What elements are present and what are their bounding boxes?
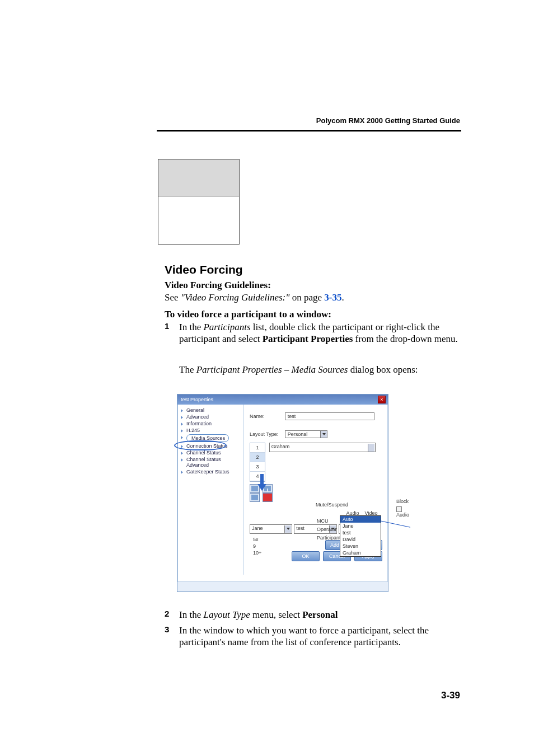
- t: from the drop-down menu.: [353, 334, 457, 344]
- t: In the: [179, 322, 203, 332]
- dd-item[interactable]: Graham: [340, 550, 381, 556]
- step-number-3: 3: [165, 624, 169, 634]
- layout-num-1[interactable]: 1: [250, 443, 265, 453]
- participant-dropdown-list[interactable]: Auto Jane test David Steven Graham: [340, 515, 381, 557]
- name-label: Name:: [250, 414, 283, 419]
- procedure-title: To video force a participant to a window…: [165, 309, 331, 320]
- dd-item[interactable]: test: [340, 529, 381, 536]
- section-heading: Video Forcing: [165, 263, 243, 276]
- guidelines-see-line: See "Video Forcing Guidelines:" on page …: [165, 292, 344, 303]
- empty-table: [158, 159, 240, 245]
- step-2-text: In the Layout Type menu, select Personal: [179, 609, 461, 621]
- dd-item[interactable]: Steven: [340, 543, 381, 550]
- layout-thumb-selected[interactable]: [263, 493, 273, 502]
- v: test: [296, 525, 305, 531]
- window-2-select[interactable]: Jane: [250, 524, 292, 534]
- see-suffix: .: [341, 292, 344, 303]
- participant-properties-dialog: test Properties × General Advanced Infor…: [177, 394, 388, 592]
- dialog-footer: [177, 581, 388, 591]
- step-1-text: In the Participants list, double click t…: [179, 321, 461, 345]
- layout-num-2[interactable]: 2: [250, 453, 265, 462]
- nav-item-gatekeeper-status[interactable]: GateKeeper Status: [180, 468, 243, 475]
- window-1-select-value: Graham: [271, 444, 290, 449]
- chevron-down-icon[interactable]: [284, 525, 291, 533]
- block-label: Block: [396, 499, 409, 504]
- step-number-2: 2: [165, 609, 169, 618]
- block-audio-label: Audio: [396, 512, 409, 518]
- t: menu, select: [250, 609, 302, 620]
- ok-button[interactable]: OK: [292, 551, 320, 561]
- page-number: 3-39: [441, 690, 460, 701]
- arrow-icon-head: [257, 484, 266, 491]
- t: Participants: [203, 322, 250, 332]
- v: Jane: [252, 525, 263, 531]
- layout-num-3[interactable]: 3: [250, 462, 265, 472]
- see-mid: on page: [289, 292, 324, 303]
- t: Participant Properties – Media Sources: [196, 364, 348, 375]
- chevron-down-icon[interactable]: [320, 431, 327, 438]
- dialog-nav: General Advanced Information H.245 Media…: [177, 405, 243, 575]
- t: Layout Type: [203, 609, 250, 620]
- guidelines-title: Video Forcing Guidelines:: [165, 280, 271, 291]
- dialog-title: test Properties: [181, 397, 213, 402]
- nav-item-h245[interactable]: H.245: [180, 427, 243, 434]
- header-guide-title: Polycom RMX 2000 Getting Started Guide: [316, 116, 460, 125]
- dd-item[interactable]: David: [340, 536, 381, 543]
- name-input[interactable]: test: [285, 412, 374, 420]
- nav-item-media-sources[interactable]: Media Sources: [180, 434, 243, 443]
- nav-item-channel-status[interactable]: Channel Status: [180, 449, 243, 456]
- step-1-follow: The Participant Properties – Media Sourc…: [179, 364, 461, 375]
- dd-item[interactable]: Jane: [340, 523, 381, 529]
- layout-thumb-3[interactable]: [250, 493, 260, 502]
- nav-item-channel-status-advanced[interactable]: Channel Status Advanced: [180, 456, 243, 468]
- nav-item-general[interactable]: General: [180, 407, 243, 414]
- nav-item-media-sources-label: Media Sources: [186, 434, 229, 442]
- header-rule: [157, 130, 461, 132]
- page: { "header": { "guide_title": "Polycom RM…: [0, 0, 534, 756]
- close-icon[interactable]: ×: [378, 396, 386, 403]
- nav-item-advanced[interactable]: Advanced: [180, 414, 243, 420]
- dd-item[interactable]: Auto: [340, 516, 381, 523]
- dialog-main: Name: test Layout Type: Personal 1 2 3 4…: [244, 405, 388, 575]
- nav-item-information[interactable]: Information: [180, 420, 243, 427]
- t: dialog box opens:: [348, 364, 418, 375]
- nav-item-connection-status[interactable]: Connection Status: [180, 443, 243, 449]
- block-group: Block Audio: [396, 499, 409, 518]
- t: In the: [179, 609, 203, 620]
- step-number-1: 1: [165, 321, 169, 331]
- checkbox-block-audio[interactable]: [396, 506, 402, 512]
- see-page-link[interactable]: 3-35: [324, 292, 341, 303]
- window-1-select[interactable]: Graham: [269, 443, 376, 452]
- mute-suspend-label: Mute/Suspend: [316, 502, 383, 508]
- arrow-icon: [260, 474, 264, 485]
- chevron-down-icon[interactable]: [368, 444, 374, 452]
- dialog-titlebar: test Properties ×: [177, 395, 388, 405]
- t: Personal: [302, 609, 338, 620]
- step-3-text: In the window to which you want to force…: [179, 624, 461, 649]
- see-page-link-text: 3-35: [324, 292, 341, 303]
- see-prefix: See: [165, 292, 181, 303]
- t: Participant Properties: [263, 334, 353, 344]
- see-quote: "Video Forcing Guidelines:": [181, 292, 290, 303]
- layout-palette: [250, 484, 381, 502]
- layout-type-label: Layout Type:: [250, 431, 283, 437]
- t: The: [179, 364, 196, 375]
